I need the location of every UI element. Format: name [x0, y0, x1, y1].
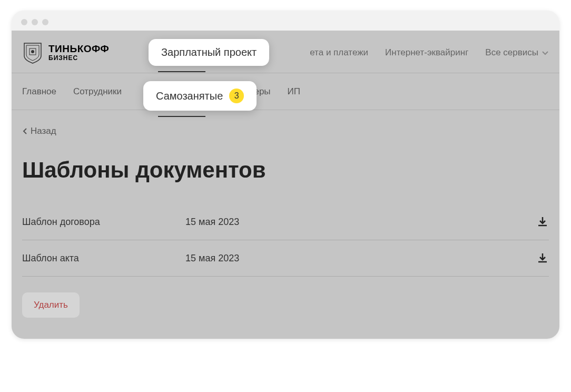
- popup-label: Самозанятые: [156, 90, 223, 102]
- sub-nav: Главное Сотрудники неры ИП: [12, 73, 559, 110]
- nav-label: Все сервисы: [485, 47, 538, 58]
- nav-items: ета и платежи Интернет-эквайринг Все сер…: [310, 47, 549, 58]
- window-chrome: [12, 11, 559, 31]
- doc-date: 15 мая 2023: [185, 217, 536, 228]
- logo-sub: БИЗНЕС: [48, 55, 109, 62]
- chevron-left-icon: [22, 128, 27, 135]
- subnav-ip[interactable]: ИП: [288, 86, 300, 97]
- chevron-down-icon: [542, 49, 549, 56]
- logo-main: ТИНЬКОФФ: [48, 44, 109, 55]
- traffic-light-close[interactable]: [21, 19, 27, 25]
- download-icon[interactable]: [536, 215, 549, 228]
- tab-underline: [158, 116, 205, 117]
- nav-all-services[interactable]: Все сервисы: [485, 47, 549, 58]
- popup-label: Зарплатный проект: [161, 46, 257, 58]
- doc-name: Шаблон акта: [22, 253, 185, 264]
- download-icon[interactable]: [536, 252, 549, 264]
- logo-text: ТИНЬКОФФ БИЗНЕС: [48, 44, 109, 62]
- popup-salary-project[interactable]: Зарплатный проект: [149, 39, 269, 66]
- back-link[interactable]: Назад: [22, 126, 549, 136]
- table-row: Шаблон акта 15 мая 2023: [22, 240, 549, 277]
- subnav-main[interactable]: Главное: [22, 86, 56, 97]
- nav-acquiring[interactable]: Интернет-эквайринг: [385, 47, 468, 58]
- traffic-light-minimize[interactable]: [32, 19, 38, 25]
- nav-payments[interactable]: ета и платежи: [310, 47, 368, 58]
- svg-point-1: [31, 50, 34, 53]
- shield-icon: [22, 41, 43, 64]
- tab-underline: [158, 71, 205, 72]
- subnav-employees[interactable]: Сотрудники: [73, 86, 122, 97]
- popup-self-employed[interactable]: Самозанятые 3: [143, 81, 257, 111]
- app-content: Зарплатный проект Самозанятые 3 ТИНЬКОФФ…: [12, 31, 559, 339]
- table-row: Шаблон договора 15 мая 2023: [22, 204, 549, 240]
- logo[interactable]: ТИНЬКОФФ БИЗНЕС: [22, 41, 109, 64]
- delete-button[interactable]: Удалить: [22, 292, 80, 318]
- doc-date: 15 мая 2023: [185, 253, 536, 264]
- badge-count: 3: [229, 89, 244, 103]
- doc-name: Шаблон договора: [22, 217, 185, 228]
- page-title: Шаблоны документов: [22, 158, 549, 183]
- back-label: Назад: [31, 126, 56, 136]
- top-nav: ТИНЬКОФФ БИЗНЕС ета и платежи Интернет-э…: [12, 31, 559, 73]
- main-content: Назад Шаблоны документов Шаблон договора…: [12, 110, 559, 339]
- traffic-light-maximize[interactable]: [42, 19, 48, 25]
- app-window: Зарплатный проект Самозанятые 3 ТИНЬКОФФ…: [12, 11, 559, 339]
